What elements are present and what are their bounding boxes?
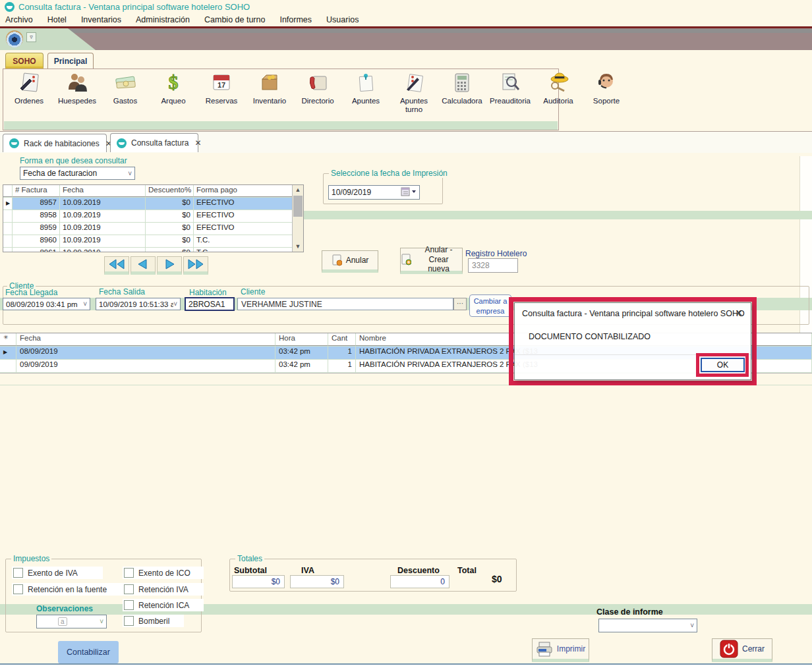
row-marker-icon: ▶ bbox=[0, 347, 16, 359]
invoice-table[interactable]: # Factura Fecha Descuento% Forma pago ▶ … bbox=[3, 184, 304, 252]
table-row[interactable]: 8958 10.09.2019 $0 EFECTIVO bbox=[3, 210, 303, 223]
app-window: Consulta factura - Ventana principal sof… bbox=[0, 0, 812, 668]
ribbon-tab-soho[interactable]: SOHO bbox=[5, 53, 44, 69]
table-row[interactable]: 8959 10.09.2019 $0 EFECTIVO bbox=[3, 223, 303, 235]
reservations-calendar-icon: 17 bbox=[210, 70, 233, 94]
checkbox-retencion-en-la-fuente[interactable]: Retención en la fuente bbox=[12, 583, 123, 596]
directory-phone-icon bbox=[306, 70, 330, 94]
checkbox-icon[interactable] bbox=[124, 568, 134, 578]
menu-inventarios[interactable]: Inventarios bbox=[81, 15, 121, 24]
clase-de-informe-select[interactable]: ˅ bbox=[598, 619, 697, 632]
print-date-label: Seleccione la fecha de Impresión bbox=[329, 169, 450, 178]
menu-cambio-de-turno[interactable]: Cambio de turno bbox=[204, 15, 265, 24]
tab-icon bbox=[117, 138, 127, 148]
checkbox-icon[interactable] bbox=[13, 568, 23, 578]
menu-usuarios[interactable]: Usuarios bbox=[326, 15, 359, 24]
tool-auditoria[interactable]: Auditoria bbox=[538, 70, 578, 105]
checkbox-icon[interactable] bbox=[124, 600, 134, 610]
double-left-arrow-icon bbox=[107, 258, 126, 270]
eye-icon[interactable] bbox=[6, 30, 23, 47]
tool-inventario[interactable]: Inventario bbox=[250, 70, 289, 105]
nav-last-button[interactable] bbox=[183, 256, 208, 275]
totales-group-label: Totales bbox=[235, 554, 264, 563]
tool-apuntes-turno[interactable]: Apuntes turno bbox=[394, 70, 434, 114]
tool-reservas[interactable]: 17 Reservas bbox=[202, 70, 241, 105]
scrollbar-thumb[interactable] bbox=[293, 196, 303, 217]
checkbox-icon[interactable] bbox=[13, 584, 23, 594]
calendar-icon bbox=[401, 187, 417, 196]
qat-dropdown-icon[interactable]: ▿ bbox=[26, 32, 36, 42]
fecha-salida-select[interactable]: 10/09/2019 10:51:33 a˅ bbox=[96, 298, 181, 310]
tool-calculadora[interactable]: Calculadora bbox=[442, 70, 482, 105]
svg-text:17: 17 bbox=[218, 81, 225, 89]
nav-first-button[interactable] bbox=[104, 256, 129, 275]
cerrar-button[interactable]: Cerrar bbox=[712, 638, 772, 662]
tool-arqueo[interactable]: $ Arqueo bbox=[154, 70, 193, 105]
app-logo-icon bbox=[5, 2, 14, 12]
toolbar: Ordenes Huespedes Gastos $ Arqueo 17 Res… bbox=[5, 70, 626, 114]
fecha-llegada-label: Fecha Llegada bbox=[5, 288, 57, 297]
vertical-scrollbar[interactable]: ▲ ▼ bbox=[292, 185, 303, 252]
fecha-llegada-select[interactable]: 08/09/2019 03:41 pm˅ bbox=[3, 298, 90, 310]
right-arrow-icon bbox=[162, 258, 177, 270]
tab-close-icon[interactable]: ✕ bbox=[194, 138, 201, 148]
header-marker-icon: ✳ bbox=[0, 333, 16, 346]
guests-people-icon bbox=[65, 70, 89, 94]
anular-crear-nueva-button[interactable]: Anular - Crearnueva bbox=[400, 248, 463, 274]
menu-hotel[interactable]: Hotel bbox=[47, 15, 67, 24]
habitacion-field[interactable]: 2BROSA1 bbox=[185, 297, 235, 311]
checkbox-icon[interactable] bbox=[124, 616, 134, 626]
checkbox-bomberil[interactable]: Bomberil bbox=[123, 615, 184, 627]
contabilizar-button[interactable]: Contabilizar bbox=[58, 641, 119, 663]
tab-rack-de-habitaciones[interactable]: Rack de habitaciones ✕ bbox=[3, 134, 107, 152]
checkbox-exento-de-iva[interactable]: Exento de IVA bbox=[12, 567, 103, 579]
tool-soporte[interactable]: Soporte bbox=[587, 70, 626, 105]
void-create-document-icon bbox=[401, 254, 411, 265]
printer-icon bbox=[536, 641, 553, 657]
query-mode-select[interactable]: Fecha de facturacion˅ bbox=[20, 167, 135, 180]
window-title: Consulta factura - Ventana principal sof… bbox=[18, 2, 250, 12]
dialog-close-icon[interactable]: ✕ bbox=[735, 308, 743, 318]
total-value: $0 bbox=[492, 574, 502, 584]
nav-previous-button[interactable] bbox=[130, 256, 156, 275]
tool-ordenes[interactable]: Ordenes bbox=[9, 70, 49, 105]
anular-button[interactable]: Anular bbox=[322, 250, 378, 273]
tool-preauditoria[interactable]: Preauditoria bbox=[490, 70, 530, 105]
registro-hotelero-field[interactable]: 3328 bbox=[468, 258, 518, 273]
ribbon-tab-principal[interactable]: Principal bbox=[47, 53, 94, 69]
green-stripe bbox=[304, 211, 812, 219]
tool-apuntes[interactable]: Apuntes bbox=[346, 70, 386, 105]
cliente-browse-button[interactable]: ··· bbox=[453, 298, 467, 310]
orders-notepad-icon bbox=[17, 70, 41, 94]
print-date-picker[interactable]: 10/09/2019 bbox=[328, 185, 420, 200]
table-row[interactable]: 8961 10.09.2019 $0 T.C. bbox=[3, 248, 303, 252]
tab-consulta-factura[interactable]: Consulta factura ✕ bbox=[110, 133, 198, 152]
menu-archivo[interactable]: Archivo bbox=[5, 15, 33, 24]
left-arrow-icon bbox=[136, 258, 150, 270]
scroll-up-icon[interactable]: ▲ bbox=[293, 185, 303, 195]
nav-next-button[interactable] bbox=[157, 256, 182, 275]
menu-bar: Archivo Hotel Inventarios Administración… bbox=[0, 13, 812, 26]
imprimir-button[interactable]: Imprimir bbox=[532, 638, 589, 662]
inventory-box-icon bbox=[258, 70, 281, 94]
menu-administracion[interactable]: Administración bbox=[136, 15, 190, 24]
menu-informes[interactable]: Informes bbox=[279, 15, 312, 24]
support-agent-icon bbox=[594, 70, 618, 94]
checkbox-icon[interactable] bbox=[124, 584, 134, 594]
chevron-down-icon: ˅ bbox=[128, 170, 132, 177]
tool-huespedes[interactable]: Huespedes bbox=[57, 70, 97, 105]
checkbox-retencion-ica[interactable]: Retención ICA bbox=[123, 599, 204, 611]
checkbox-retencion-iva[interactable]: Retención IVA bbox=[123, 583, 204, 596]
table-row[interactable]: ▶ 8957 10.09.2019 $0 EFECTIVO bbox=[3, 198, 303, 210]
calculator-icon bbox=[450, 70, 474, 94]
cliente-field[interactable]: VERHAMME JUSTINE bbox=[237, 298, 453, 310]
cambiar-a-empresa-button[interactable]: Cambiar aempresa bbox=[469, 294, 511, 317]
shift-notes-pen-icon bbox=[402, 70, 426, 94]
checkbox-exento-de-ico[interactable]: Exento de ICO bbox=[123, 567, 204, 579]
tool-directorio[interactable]: Directorio bbox=[298, 70, 337, 105]
tool-gastos[interactable]: Gastos bbox=[105, 70, 145, 105]
observaciones-select[interactable]: a ˅ bbox=[36, 615, 107, 628]
scroll-down-icon[interactable]: ▼ bbox=[293, 242, 303, 252]
total-label: Total bbox=[457, 566, 477, 575]
table-row[interactable]: 8960 10.09.2019 $0 T.C. bbox=[3, 235, 303, 248]
